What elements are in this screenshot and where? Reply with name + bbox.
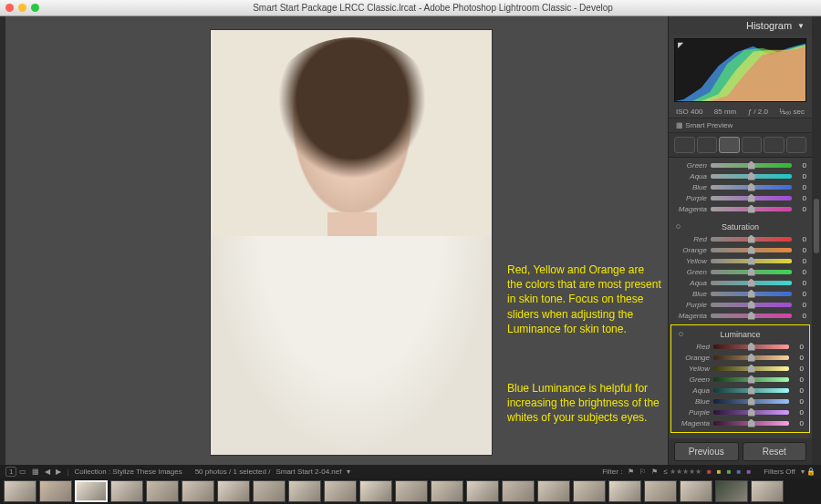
right-scrollbar[interactable] [812,16,821,465]
target-adjust-icon[interactable] [676,224,681,229]
flag-filter-rejected-icon[interactable]: ⚑ [651,468,658,476]
slider-thumb-icon[interactable] [748,205,755,213]
slider-track[interactable] [711,270,792,274]
filter-lock-icon[interactable]: ▾ 🔒 [801,468,816,476]
slider-thumb-icon[interactable] [748,183,755,191]
slider-thumb-icon[interactable] [748,408,755,417]
slider-track[interactable] [711,163,792,168]
slider-track[interactable] [711,259,792,263]
luminance-slider-purple[interactable]: Purple0 [677,406,804,417]
slider-track[interactable] [711,196,792,201]
filmstrip-thumbnail[interactable] [288,480,321,502]
slider-thumb-icon[interactable] [748,419,755,427]
slider-thumb-icon[interactable] [748,375,755,384]
grid-view-icon[interactable]: ▦ [32,468,39,476]
luminance-slider-orange[interactable]: Orange0 [677,352,804,363]
slider-track[interactable] [713,421,789,426]
nav-back-icon[interactable]: ◀ [45,468,50,476]
slider-thumb-icon[interactable] [748,301,755,309]
previous-button[interactable]: Previous [674,442,739,461]
slider-track[interactable] [711,185,792,190]
current-filename[interactable]: Smart Start 2-04.nef [275,468,341,476]
filmstrip[interactable] [0,478,821,504]
filmstrip-thumbnail[interactable] [110,480,143,502]
filmstrip-thumbnail[interactable] [253,480,286,502]
slider-thumb-icon[interactable] [748,172,755,180]
reset-button[interactable]: Reset [743,442,807,461]
filmstrip-thumbnail[interactable] [431,480,463,502]
color-label-blue-icon[interactable]: ■ [737,468,742,476]
slider-thumb-icon[interactable] [748,312,755,320]
slider-thumb-icon[interactable] [748,235,755,243]
filmstrip-thumbnail[interactable] [4,480,36,502]
smart-preview-badge[interactable]: ▦ Smart Preview [669,118,812,133]
filmstrip-thumbnail[interactable] [608,480,641,502]
filmstrip-thumbnail[interactable] [466,480,499,502]
slider-track[interactable] [713,410,789,415]
hue-slider-blue[interactable]: Blue0 [674,181,806,192]
slider-thumb-icon[interactable] [748,161,755,170]
slider-thumb-icon[interactable] [748,290,755,298]
radial-tool[interactable] [764,137,785,153]
slider-thumb-icon[interactable] [748,268,755,276]
slider-track[interactable] [711,207,792,211]
slider-track[interactable] [711,314,792,318]
hue-slider-aqua[interactable]: Aqua0 [674,170,806,181]
filmstrip-thumbnail[interactable] [502,480,535,502]
saturation-slider-blue[interactable]: Blue0 [674,288,806,299]
secondary-display-icon[interactable]: ▭ [19,468,26,476]
slider-thumb-icon[interactable] [748,386,755,395]
color-label-yellow-icon[interactable]: ■ [717,468,722,476]
filmstrip-thumbnail[interactable] [715,480,748,502]
zoom-window-button[interactable] [31,4,39,12]
luminance-slider-green[interactable]: Green0 [677,374,804,385]
slider-thumb-icon[interactable] [748,354,755,362]
histogram-panel-header[interactable]: Histogram▼ [669,16,812,35]
slider-track[interactable] [713,345,789,349]
luminance-slider-blue[interactable]: Blue0 [677,396,804,406]
flag-filter-unflagged-icon[interactable]: ⚐ [639,468,646,476]
filmstrip-thumbnail[interactable] [680,480,712,502]
saturation-slider-green[interactable]: Green0 [674,266,806,277]
slider-thumb-icon[interactable] [748,397,755,406]
rating-filter[interactable]: ≤ ★★★★★ [663,468,701,476]
saturation-slider-orange[interactable]: Orange0 [674,244,806,255]
filmstrip-thumbnail[interactable] [217,480,250,502]
saturation-slider-aqua[interactable]: Aqua0 [674,277,806,288]
close-window-button[interactable] [5,4,14,12]
hue-slider-magenta[interactable]: Magenta0 [674,203,806,214]
minimize-window-button[interactable] [18,4,26,12]
color-label-purple-icon[interactable]: ■ [746,468,751,476]
luminance-slider-magenta[interactable]: Magenta0 [677,417,804,428]
saturation-slider-magenta[interactable]: Magenta0 [674,310,806,321]
gradient-tool[interactable] [742,137,763,153]
brush-tool[interactable] [786,137,807,153]
color-label-red-icon[interactable]: ■ [707,468,712,476]
redeye-tool[interactable] [719,137,740,153]
slider-track[interactable] [711,174,792,179]
slider-thumb-icon[interactable] [748,257,755,265]
slider-track[interactable] [711,281,792,285]
luminance-slider-yellow[interactable]: Yellow0 [677,363,804,374]
slider-track[interactable] [711,248,792,252]
spot-tool[interactable] [697,137,718,153]
slider-track[interactable] [713,388,789,393]
slider-track[interactable] [711,292,792,296]
filmstrip-thumbnail[interactable] [359,480,392,502]
hue-slider-purple[interactable]: Purple0 [674,192,806,203]
slider-thumb-icon[interactable] [748,246,755,254]
hue-slider-green[interactable]: Green0 [674,159,806,170]
target-adjust-icon[interactable] [679,332,683,336]
filmstrip-thumbnail[interactable] [751,480,784,502]
filmstrip-thumbnail[interactable] [146,480,179,502]
filmstrip-thumbnail[interactable] [324,480,357,502]
saturation-slider-yellow[interactable]: Yellow0 [674,255,806,266]
filmstrip-thumbnail[interactable] [182,480,214,502]
slider-thumb-icon[interactable] [748,194,755,202]
nav-forward-icon[interactable]: ▶ [56,468,61,476]
filters-off-label[interactable]: Filters Off [764,468,795,476]
filmstrip-thumbnail[interactable] [39,480,72,502]
slider-track[interactable] [711,303,792,307]
filmstrip-thumbnail[interactable] [644,480,677,502]
histogram-display[interactable]: ◤ [674,38,806,102]
